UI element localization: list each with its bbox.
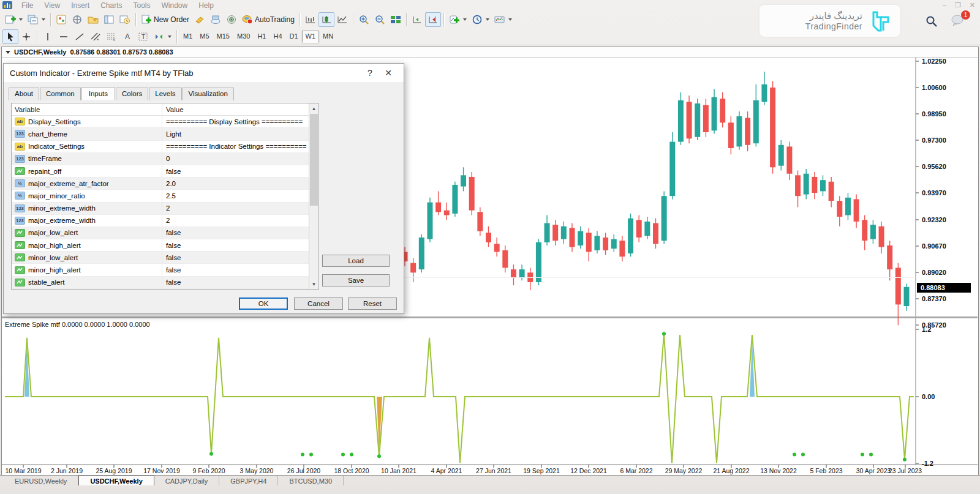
table-scrollbar[interactable]: ▲ ▼ — [309, 103, 318, 289]
vertical-line-button[interactable] — [40, 29, 56, 44]
variable-value[interactable]: false — [162, 165, 318, 177]
dialog-tab-visualization[interactable]: Visualization — [183, 88, 234, 100]
menu-item-tools[interactable]: Tools — [128, 1, 156, 10]
trendline-button[interactable] — [72, 29, 88, 44]
variable-value[interactable]: 2.5 — [162, 190, 318, 201]
strategy-tester-button[interactable] — [117, 12, 133, 27]
periods-button[interactable] — [469, 12, 492, 27]
cancel-button[interactable]: Cancel — [294, 298, 343, 310]
templates-button[interactable] — [492, 12, 514, 27]
menu-item-insert[interactable]: Insert — [66, 1, 95, 10]
table-row[interactable]: repaint_offfalse — [12, 165, 318, 178]
menu-item-window[interactable]: Window — [156, 1, 194, 10]
chart-tab-cadjpy[interactable]: CADJPY,Daily — [154, 476, 220, 485]
scroll-thumb[interactable] — [310, 114, 318, 206]
profiles-button[interactable] — [25, 12, 48, 27]
timeframe-button-mn[interactable]: MN — [319, 31, 337, 43]
table-row[interactable]: abIndicator_Settings========== Indicator… — [12, 141, 318, 153]
text-label-button[interactable]: T — [135, 29, 151, 44]
variable-value[interactable]: ========== Display Settings ========== — [162, 116, 318, 127]
close-button[interactable]: ✕ — [970, 1, 975, 9]
arrows-button[interactable] — [151, 29, 174, 44]
ok-button[interactable]: OK — [239, 298, 288, 310]
global-variables-button[interactable] — [208, 12, 224, 27]
variable-value[interactable]: 2 — [162, 203, 318, 214]
line-chart-button[interactable] — [334, 12, 350, 27]
variable-value[interactable]: 2 — [162, 215, 318, 226]
scroll-down-arrow[interactable]: ▼ — [309, 279, 318, 289]
save-button[interactable]: Save — [322, 274, 390, 286]
load-button[interactable]: Load — [322, 255, 390, 267]
variable-value[interactable]: false — [162, 227, 318, 239]
chart-tab-btcusd[interactable]: BTCUSD,M30 — [278, 476, 344, 485]
zoom-out-button[interactable] — [372, 12, 388, 27]
variable-value[interactable]: 2.0 — [162, 178, 318, 189]
crosshair-button[interactable] — [18, 29, 34, 44]
fibonacci-button[interactable]: F — [104, 29, 119, 44]
menu-item-charts[interactable]: Charts — [95, 1, 127, 10]
variable-value[interactable]: 0 — [162, 153, 318, 165]
horizontal-line-button[interactable] — [56, 29, 72, 44]
candlestick-chart-button[interactable] — [318, 12, 334, 27]
dialog-close-button[interactable]: ✕ — [379, 68, 398, 78]
variable-value[interactable]: Light — [162, 128, 318, 140]
reset-button[interactable]: Reset — [348, 298, 397, 310]
variable-value[interactable]: ========== Indicator Settings ========== — [162, 141, 318, 152]
metaeditor-button[interactable] — [224, 12, 239, 27]
table-row[interactable]: ½major_minor_ratio2.5 — [12, 190, 318, 202]
timeframe-button-m15[interactable]: M15 — [213, 31, 233, 43]
new-order-button[interactable]: New Order — [138, 12, 192, 27]
zoom-in-button[interactable] — [356, 12, 372, 27]
dialog-tab-about[interactable]: About — [9, 88, 39, 100]
search-icon[interactable] — [925, 15, 938, 28]
market-watch-button[interactable] — [53, 12, 69, 27]
timeframe-button-m1[interactable]: M1 — [179, 31, 196, 43]
table-row[interactable]: major_low_alertfalse — [12, 227, 318, 239]
timeframe-button-h1[interactable]: H1 — [254, 31, 270, 43]
navigator-button[interactable] — [85, 12, 101, 27]
timeframe-button-w1[interactable]: W1 — [302, 31, 320, 43]
restore-button[interactable]: ❐ — [955, 1, 961, 9]
chart-shift-button[interactable] — [425, 12, 441, 27]
indicators-button[interactable] — [447, 12, 469, 27]
table-row[interactable]: minor_low_alertfalse — [12, 252, 318, 264]
cursor-button[interactable] — [2, 29, 18, 44]
history-center-button[interactable] — [192, 12, 208, 27]
terminal-button[interactable] — [101, 12, 117, 27]
table-row[interactable]: minor_high_alertfalse — [12, 264, 318, 276]
notifications-button[interactable]: 1 — [951, 15, 965, 28]
table-row[interactable]: 123minor_extreme_width2 — [12, 203, 318, 215]
chart-tab-eurusd[interactable]: EURUSD,Weekly — [4, 476, 78, 485]
variable-value[interactable]: false — [162, 264, 318, 275]
text-button[interactable]: A — [119, 29, 135, 44]
table-row[interactable]: stable_alertfalse — [12, 277, 318, 289]
timeframe-button-h4[interactable]: H4 — [270, 31, 285, 43]
tile-windows-button[interactable] — [388, 12, 404, 27]
timeframe-button-d1[interactable]: D1 — [286, 31, 302, 43]
bar-chart-button[interactable] — [303, 12, 318, 27]
table-row[interactable]: ½major_extreme_atr_factor2.0 — [12, 178, 318, 190]
minimize-button[interactable]: – — [943, 1, 946, 9]
chart-tab-usdchf[interactable]: USDCHF,Weekly — [78, 475, 154, 485]
menu-item-file[interactable]: File — [16, 1, 39, 10]
data-window-button[interactable] — [69, 12, 85, 27]
timeframe-button-m30[interactable]: M30 — [233, 31, 254, 43]
dialog-help-button[interactable]: ? — [361, 68, 379, 78]
dialog-title-bar[interactable]: Custom Indicator - Extreme Spike mtf MT4… — [4, 64, 404, 82]
dialog-tab-levels[interactable]: Levels — [149, 88, 181, 100]
chart-header[interactable]: USDCHF,Weekly 0.87586 0.88301 0.87573 0.… — [2, 47, 978, 58]
table-row[interactable]: 123chart_themeLight — [12, 128, 318, 140]
table-row[interactable]: abDisplay_Settings========== Display Set… — [12, 116, 318, 128]
table-row[interactable]: 123timeFrame0 — [12, 153, 318, 165]
auto-scroll-button[interactable] — [409, 12, 425, 27]
variable-value[interactable]: false — [162, 239, 318, 251]
equidistant-channel-button[interactable]: e — [88, 29, 104, 44]
menu-item-help[interactable]: Help — [193, 1, 219, 10]
dialog-tab-inputs[interactable]: Inputs — [81, 87, 115, 100]
collapse-triangle-icon[interactable] — [6, 51, 10, 54]
variable-value[interactable]: false — [162, 277, 318, 288]
dialog-tab-common[interactable]: Common — [40, 88, 81, 100]
scroll-up-arrow[interactable]: ▲ — [309, 103, 318, 113]
menu-item-view[interactable]: View — [39, 1, 66, 10]
table-row[interactable]: 123major_extreme_width2 — [12, 215, 318, 227]
